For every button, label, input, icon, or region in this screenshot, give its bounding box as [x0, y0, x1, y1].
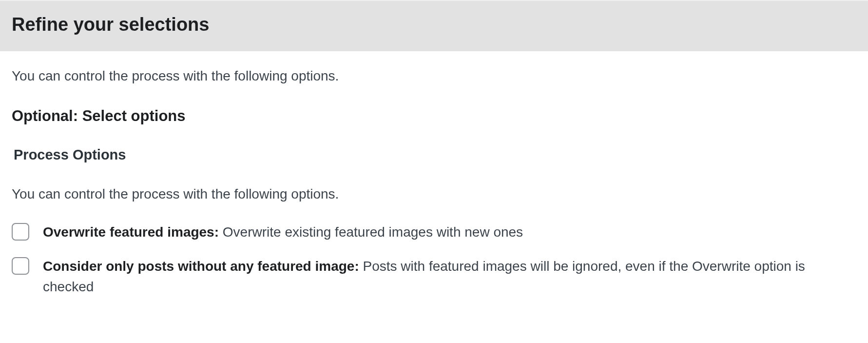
content-area: You can control the process with the fol…: [0, 51, 868, 323]
consider-only-label: Consider only posts without any featured…: [43, 256, 856, 297]
overwrite-label: Overwrite featured images: Overwrite exi…: [43, 222, 856, 242]
process-options-label: Process Options: [14, 144, 856, 166]
section-header: Refine your selections: [0, 0, 868, 51]
consider-only-checkbox[interactable]: [12, 257, 29, 275]
process-options-desc: You can control the process with the fol…: [12, 184, 856, 204]
overwrite-checkbox[interactable]: [12, 223, 29, 241]
intro-text: You can control the process with the fol…: [12, 66, 856, 86]
section-title: Refine your selections: [12, 11, 856, 39]
option-row-overwrite: Overwrite featured images: Overwrite exi…: [12, 222, 856, 242]
overwrite-label-text: Overwrite existing featured images with …: [219, 224, 523, 240]
overwrite-label-bold: Overwrite featured images:: [43, 224, 219, 240]
optional-heading: Optional: Select options: [12, 105, 856, 128]
consider-only-label-bold: Consider only posts without any featured…: [43, 259, 359, 274]
option-row-consider-only: Consider only posts without any featured…: [12, 256, 856, 297]
